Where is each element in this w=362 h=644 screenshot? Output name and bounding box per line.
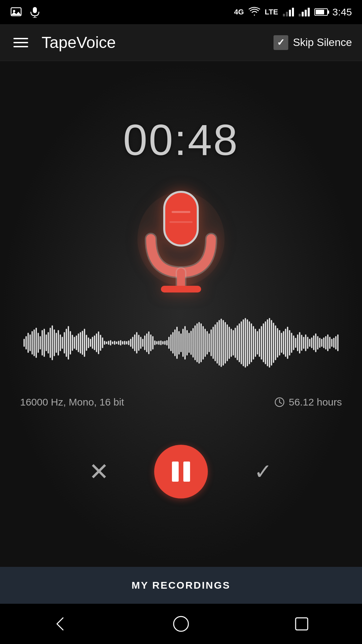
svg-rect-111 — [223, 320, 224, 366]
svg-rect-157 — [315, 333, 316, 352]
svg-rect-123 — [247, 319, 248, 366]
svg-rect-116 — [233, 330, 234, 356]
svg-rect-44 — [88, 337, 89, 348]
pause-icon — [172, 462, 190, 482]
storage-info: 56.12 hours — [274, 396, 342, 408]
svg-rect-76 — [152, 336, 154, 350]
svg-rect-114 — [229, 327, 230, 359]
svg-rect-146 — [293, 335, 294, 350]
svg-rect-25 — [50, 328, 51, 358]
svg-rect-85 — [170, 334, 172, 351]
menu-button[interactable] — [10, 35, 32, 51]
svg-rect-127 — [255, 329, 256, 357]
image-icon — [10, 6, 22, 18]
svg-rect-23 — [46, 334, 47, 351]
svg-rect-82 — [164, 341, 166, 345]
svg-rect-138 — [277, 328, 278, 358]
svg-rect-140 — [281, 333, 282, 353]
svg-rect-40 — [80, 332, 81, 354]
svg-rect-55 — [110, 340, 111, 345]
svg-rect-52 — [104, 341, 105, 345]
hamburger-line-3 — [13, 46, 28, 47]
svg-rect-72 — [144, 335, 145, 350]
svg-rect-16 — [32, 331, 33, 355]
svg-rect-159 — [319, 338, 320, 348]
recents-icon — [292, 614, 311, 633]
svg-rect-63 — [126, 341, 127, 344]
signal2-icon — [299, 8, 310, 16]
svg-rect-51 — [102, 337, 103, 348]
cancel-button[interactable]: ✕ — [84, 457, 114, 487]
svg-rect-110 — [221, 319, 222, 367]
svg-rect-122 — [245, 318, 246, 368]
svg-rect-128 — [257, 331, 258, 355]
svg-rect-48 — [96, 333, 97, 352]
my-recordings-button[interactable]: MY RECORDINGS — [0, 567, 362, 604]
svg-rect-137 — [275, 325, 276, 360]
svg-rect-18 — [36, 328, 37, 358]
status-bar: 4G LTE — [0, 0, 362, 24]
svg-line-171 — [280, 402, 282, 404]
svg-rect-60 — [120, 340, 121, 345]
svg-rect-104 — [208, 333, 210, 352]
svg-rect-83 — [166, 340, 168, 345]
svg-rect-162 — [325, 336, 326, 350]
svg-rect-64 — [128, 340, 129, 345]
svg-rect-57 — [114, 341, 115, 345]
svg-rect-165 — [331, 339, 333, 347]
svg-rect-109 — [219, 320, 220, 366]
svg-rect-141 — [283, 331, 284, 355]
pause-button[interactable] — [154, 445, 208, 498]
back-button[interactable] — [44, 607, 77, 641]
network-lte: LTE — [265, 8, 278, 16]
skip-silence-toggle[interactable]: Skip Silence — [274, 35, 352, 50]
confirm-button[interactable]: ✓ — [248, 457, 278, 487]
cancel-icon: ✕ — [89, 460, 109, 484]
svg-rect-59 — [118, 341, 119, 345]
svg-rect-38 — [76, 335, 77, 350]
svg-rect-136 — [273, 323, 274, 363]
svg-rect-30 — [60, 334, 61, 351]
svg-rect-118 — [237, 325, 238, 360]
svg-rect-17 — [34, 329, 35, 356]
svg-rect-87 — [174, 329, 176, 356]
svg-rect-151 — [303, 337, 304, 349]
svg-rect-71 — [142, 339, 143, 347]
svg-rect-74 — [148, 331, 149, 354]
home-icon — [172, 614, 190, 633]
back-icon — [51, 614, 70, 633]
svg-rect-130 — [261, 326, 262, 360]
svg-rect-145 — [291, 333, 292, 353]
my-recordings-label: MY RECORDINGS — [131, 580, 230, 591]
svg-rect-142 — [285, 329, 286, 357]
svg-rect-80 — [160, 340, 162, 345]
app-title: TapeVoice — [42, 33, 274, 52]
svg-rect-119 — [239, 323, 240, 362]
svg-rect-94 — [188, 333, 190, 353]
svg-rect-61 — [122, 341, 123, 344]
svg-rect-65 — [130, 339, 131, 347]
svg-rect-81 — [162, 341, 164, 344]
svg-rect-58 — [116, 341, 117, 344]
svg-rect-168 — [337, 334, 339, 351]
svg-rect-69 — [138, 335, 139, 351]
main-content: 00:48 — [0, 61, 362, 567]
skip-silence-checkbox[interactable] — [274, 35, 288, 50]
battery-icon — [314, 8, 328, 16]
home-button[interactable] — [164, 607, 198, 641]
svg-rect-68 — [136, 332, 137, 354]
info-bar: 16000 Hz, Mono, 16 bit 56.12 hours — [0, 386, 362, 418]
skip-silence-label: Skip Silence — [293, 36, 352, 49]
svg-rect-15 — [29, 334, 31, 351]
svg-rect-139 — [279, 330, 280, 356]
svg-rect-99 — [198, 322, 200, 364]
mic-container — [127, 182, 235, 296]
svg-rect-163 — [327, 334, 328, 351]
svg-rect-21 — [42, 330, 43, 356]
svg-rect-66 — [132, 337, 133, 349]
svg-rect-35 — [70, 331, 71, 355]
svg-rect-132 — [265, 321, 266, 364]
svg-rect-105 — [210, 329, 212, 356]
recents-button[interactable] — [285, 607, 318, 641]
svg-rect-39 — [78, 333, 79, 352]
